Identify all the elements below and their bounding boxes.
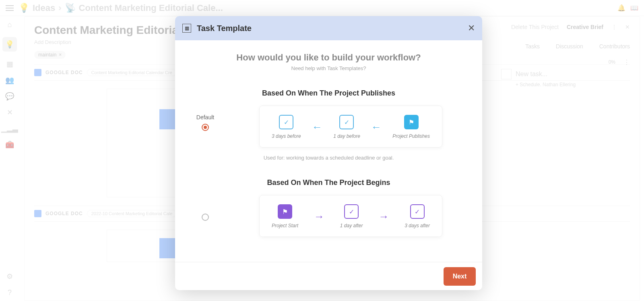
step-label: 1 day before bbox=[333, 133, 360, 139]
flag-icon: ⚑ bbox=[404, 115, 419, 129]
google-doc-label: GOOGLE DOC bbox=[45, 70, 83, 75]
progress-pct: 0% bbox=[609, 59, 615, 65]
step-3-days-before: ✓ 3 days before bbox=[272, 115, 301, 139]
ideas-icon[interactable]: 💡 bbox=[2, 37, 17, 52]
step-label: Project Publishes bbox=[392, 133, 430, 139]
analytics-icon[interactable]: ▁▂▃ bbox=[6, 125, 13, 132]
breadcrumb-root[interactable]: Ideas bbox=[33, 3, 55, 13]
step-1-day-before: ✓ 1 day before bbox=[333, 115, 360, 139]
step-label: Project Start bbox=[272, 223, 298, 228]
settings-icon[interactable]: ⚙ bbox=[6, 273, 13, 280]
project-actions: Delete This Project Creative Brief ⋮ ✕ bbox=[511, 24, 630, 30]
google-doc-label: GOOGLE DOC bbox=[45, 211, 83, 216]
check-icon: ✓ bbox=[279, 115, 293, 129]
book-icon[interactable]: 📖 bbox=[630, 4, 638, 12]
template-icon: ▦ bbox=[182, 24, 191, 33]
assignee-name: Nathan Ellering bbox=[543, 82, 576, 87]
step-project-publishes: ⚑ Project Publishes bbox=[392, 115, 430, 139]
close-panel-icon[interactable]: ✕ bbox=[625, 24, 630, 30]
tag-remove-icon[interactable]: × bbox=[59, 52, 62, 58]
used-for-text: Used for: working towards a scheduled de… bbox=[191, 155, 466, 161]
panel-more-icon[interactable]: ⋮ bbox=[623, 58, 630, 66]
option-2-radio[interactable] bbox=[202, 214, 209, 221]
new-task-area: New task... + Schedule. Nathan Ellering bbox=[501, 69, 630, 87]
step-label: 3 days before bbox=[272, 133, 301, 139]
modal-body: How would you like to build your workflo… bbox=[175, 40, 482, 262]
help-link[interactable]: Need help with Task Templates? bbox=[191, 65, 466, 71]
task-template-modal: ▦ Task Template ✕ How would you like to … bbox=[175, 16, 482, 290]
team-icon[interactable]: 👥 bbox=[6, 77, 13, 84]
modal-header: ▦ Task Template ✕ bbox=[175, 16, 482, 40]
tab-tasks[interactable]: Tasks bbox=[525, 43, 540, 50]
arrow-right-icon: → bbox=[314, 210, 324, 223]
step-label: 1 day after bbox=[340, 223, 363, 228]
schedule-link[interactable]: + Schedule. bbox=[516, 82, 541, 87]
bell-icon[interactable]: 🔔 bbox=[617, 4, 625, 12]
task-checkbox[interactable] bbox=[501, 69, 512, 79]
option-2-row[interactable]: ⚑ Project Start → ✓ 1 day after → ✓ 3 da… bbox=[191, 187, 466, 237]
option-2-heading: Based On When The Project Begins bbox=[191, 179, 466, 187]
step-project-start: ⚑ Project Start bbox=[272, 204, 298, 228]
google-doc-icon bbox=[34, 69, 41, 76]
topbar: 💡 Ideas › 📡 Content Marketing Editorial … bbox=[0, 0, 644, 16]
calendar-icon[interactable]: ▦ bbox=[6, 60, 13, 68]
panel-tabs: Tasks Discussion Contributors bbox=[525, 43, 630, 50]
modal-footer: Next bbox=[175, 262, 482, 290]
breadcrumb: 💡 Ideas › 📡 Content Marketing Editorial … bbox=[19, 3, 223, 13]
help-icon[interactable]: ? bbox=[6, 289, 13, 296]
more-icon[interactable]: ⋮ bbox=[611, 24, 617, 30]
creative-brief-link[interactable]: Creative Brief bbox=[567, 24, 603, 30]
option-2-radio-wrap[interactable] bbox=[191, 203, 219, 221]
chevron-right-icon: › bbox=[58, 3, 61, 13]
step-1-day-after: ✓ 1 day after bbox=[340, 204, 363, 228]
option-2-card[interactable]: ⚑ Project Start → ✓ 1 day after → ✓ 3 da… bbox=[259, 195, 442, 237]
shuffle-icon[interactable]: ✕ bbox=[6, 109, 13, 116]
new-task-input[interactable]: New task... bbox=[516, 71, 547, 78]
option-1-radio-wrap[interactable]: Default bbox=[191, 114, 219, 131]
google-doc-chip-2[interactable]: 2022-10 Content Marketing Editorial Cale bbox=[87, 210, 177, 217]
breadcrumb-current: Content Marketing Editorial Cale... bbox=[79, 3, 223, 13]
home-icon[interactable]: ⌂ bbox=[6, 21, 13, 28]
google-doc-icon bbox=[34, 210, 41, 217]
step-3-days-after: ✓ 3 days after bbox=[405, 204, 430, 228]
default-badge: Default bbox=[196, 114, 214, 120]
delete-project-link[interactable]: Delete This Project bbox=[511, 24, 559, 30]
check-icon: ✓ bbox=[339, 115, 354, 129]
check-icon: ✓ bbox=[410, 204, 425, 219]
next-button[interactable]: Next bbox=[444, 267, 476, 286]
lightbulb-icon: 💡 bbox=[19, 3, 29, 13]
tab-contributors[interactable]: Contributors bbox=[599, 43, 630, 50]
option-1-card[interactable]: ✓ 3 days before ← ✓ 1 day before ← ⚑ Pro… bbox=[259, 106, 442, 147]
arrow-right-icon: → bbox=[378, 210, 389, 223]
flag-icon: ⚑ bbox=[278, 204, 292, 219]
assets-icon[interactable]: 🧰 bbox=[6, 141, 13, 148]
modal-question: How would you like to build your workflo… bbox=[191, 52, 466, 63]
step-label: 3 days after bbox=[405, 223, 430, 228]
tag-label: maintain bbox=[38, 52, 56, 58]
option-1-heading: Based On When The Project Publishes bbox=[191, 89, 466, 98]
modal-title: Task Template bbox=[197, 24, 252, 33]
arrow-left-icon: ← bbox=[371, 121, 382, 133]
option-1-row[interactable]: Default ✓ 3 days before ← ✓ 1 day before… bbox=[191, 98, 466, 147]
project-tag[interactable]: maintain × bbox=[34, 51, 66, 59]
option-1-radio[interactable] bbox=[202, 124, 209, 131]
left-rail: ⌂ 💡 ▦ 👥 💬 ✕ ▁▂▃ 🧰 ⚙ ? bbox=[0, 16, 19, 301]
rss-icon: 📡 bbox=[65, 3, 76, 13]
chat-icon[interactable]: 💬 bbox=[6, 93, 13, 100]
check-icon: ✓ bbox=[344, 204, 359, 219]
google-doc-chip-1[interactable]: Content Marketing Editorial Calendar Cre bbox=[87, 69, 177, 76]
arrow-left-icon: ← bbox=[312, 121, 322, 133]
menu-icon[interactable] bbox=[6, 5, 14, 11]
close-icon[interactable]: ✕ bbox=[468, 23, 475, 33]
tab-discussion[interactable]: Discussion bbox=[556, 43, 583, 50]
